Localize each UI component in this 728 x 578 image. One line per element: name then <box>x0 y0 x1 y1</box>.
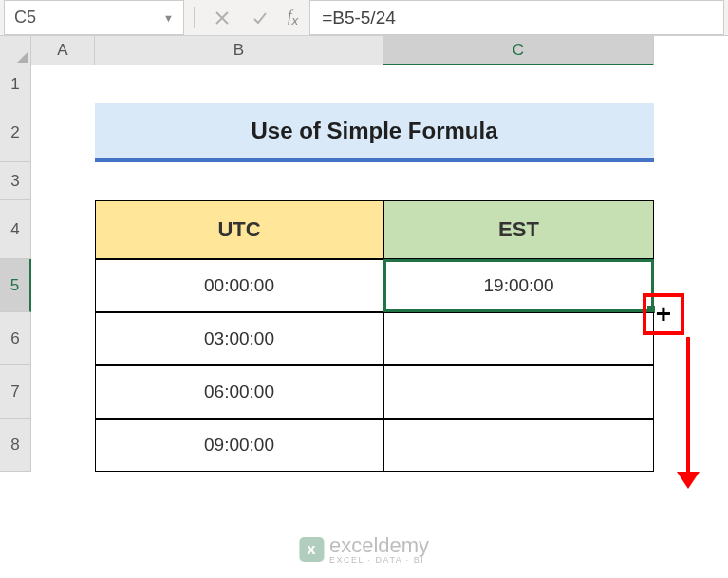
cell-c7[interactable] <box>383 365 654 419</box>
cell-b5[interactable]: 00:00:00 <box>95 259 383 312</box>
cell-c8[interactable] <box>383 419 654 472</box>
fx-icon[interactable]: fx <box>288 8 298 28</box>
cell-b5-text: 00:00:00 <box>204 275 274 296</box>
watermark-icon: x <box>299 537 324 562</box>
row-header-3[interactable]: 3 <box>0 162 31 200</box>
row-header-1[interactable]: 1 <box>0 65 31 103</box>
row-header-8[interactable]: 8 <box>0 419 31 472</box>
cell-b7-text: 06:00:00 <box>204 382 274 402</box>
column-headers: A B C <box>31 36 654 65</box>
name-box-value: C5 <box>14 8 36 28</box>
drag-arrow-line <box>686 337 690 472</box>
watermark-tagline: EXCEL · DATA · BI <box>329 555 429 565</box>
formula-value: =B5-5/24 <box>322 8 396 28</box>
cell-c5[interactable]: 19:00:00 <box>383 259 654 312</box>
title-text: Use of Simple Formula <box>251 118 497 144</box>
name-box-dropdown-icon[interactable]: ▼ <box>163 12 174 24</box>
row-header-6[interactable]: 6 <box>0 312 31 365</box>
row-header-7[interactable]: 7 <box>0 365 31 419</box>
header-est[interactable]: EST <box>383 200 654 259</box>
title-cell[interactable]: Use of Simple Formula <box>95 103 654 162</box>
row-header-2[interactable]: 2 <box>0 103 31 162</box>
fill-cursor-icon: + <box>656 299 671 329</box>
header-est-text: EST <box>498 217 539 242</box>
col-header-c[interactable]: C <box>383 36 654 65</box>
watermark-text: exceldemy EXCEL · DATA · BI <box>329 533 429 565</box>
col-header-b[interactable]: B <box>95 36 383 65</box>
cancel-icon[interactable] <box>212 8 233 28</box>
watermark: x exceldemy EXCEL · DATA · BI <box>299 533 429 565</box>
cell-b6[interactable]: 03:00:00 <box>95 312 383 365</box>
header-utc[interactable]: UTC <box>95 200 383 259</box>
cell-b6-text: 03:00:00 <box>204 328 274 349</box>
formula-bar-icons: fx <box>200 8 309 28</box>
cell-b7[interactable]: 06:00:00 <box>95 365 383 419</box>
drag-arrow-head-icon <box>677 472 700 489</box>
cell-b8[interactable]: 09:00:00 <box>95 419 383 472</box>
cell-c5-text: 19:00:00 <box>484 275 554 296</box>
spreadsheet-grid: A B C 1 2 3 4 5 6 7 8 Use of Simple Form… <box>0 36 728 578</box>
col-header-a[interactable]: A <box>31 36 95 65</box>
drag-arrow <box>686 337 700 489</box>
formula-input[interactable]: =B5-5/24 <box>309 0 724 35</box>
row-header-4[interactable]: 4 <box>0 200 31 259</box>
enter-icon[interactable] <box>250 8 271 28</box>
header-utc-text: UTC <box>217 217 260 242</box>
cell-b8-text: 09:00:00 <box>204 435 274 456</box>
select-all-corner[interactable] <box>0 36 31 65</box>
name-box[interactable]: C5 ▼ <box>4 0 184 35</box>
formula-bar: C5 ▼ fx =B5-5/24 <box>0 0 728 36</box>
cell-c6[interactable] <box>383 312 654 365</box>
divider <box>194 7 195 28</box>
row-headers: 1 2 3 4 5 6 7 8 <box>0 65 31 472</box>
row-header-5[interactable]: 5 <box>0 259 31 312</box>
